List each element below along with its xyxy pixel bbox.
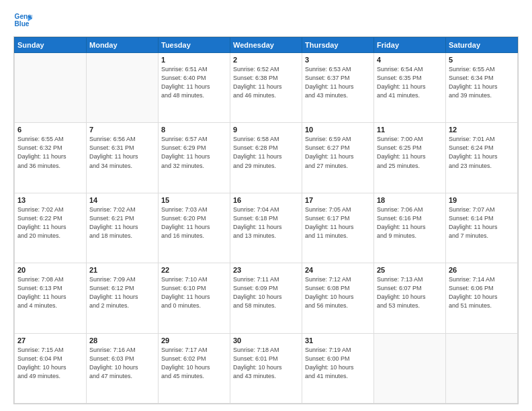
calendar-cell: 26Sunrise: 7:14 AM Sunset: 6:06 PM Dayli… <box>446 263 518 333</box>
calendar-week-1: 1Sunrise: 6:51 AM Sunset: 6:40 PM Daylig… <box>15 53 518 123</box>
day-number: 3 <box>305 56 371 64</box>
day-info: Sunrise: 6:55 AM Sunset: 6:34 PM Dayligh… <box>449 65 515 100</box>
logo-icon: General Blue <box>13 11 32 30</box>
day-info: Sunrise: 6:54 AM Sunset: 6:35 PM Dayligh… <box>377 65 443 100</box>
day-info: Sunrise: 7:14 AM Sunset: 6:06 PM Dayligh… <box>449 275 515 310</box>
svg-text:Blue: Blue <box>15 20 30 28</box>
day-info: Sunrise: 6:52 AM Sunset: 6:38 PM Dayligh… <box>233 65 299 100</box>
day-info: Sunrise: 7:03 AM Sunset: 6:20 PM Dayligh… <box>161 205 227 240</box>
calendar-cell: 21Sunrise: 7:09 AM Sunset: 6:12 PM Dayli… <box>87 263 159 333</box>
day-info: Sunrise: 7:08 AM Sunset: 6:13 PM Dayligh… <box>17 275 83 310</box>
calendar-week-5: 27Sunrise: 7:15 AM Sunset: 6:04 PM Dayli… <box>15 333 518 403</box>
calendar-cell: 17Sunrise: 7:05 AM Sunset: 6:17 PM Dayli… <box>302 193 374 263</box>
day-number: 28 <box>89 336 155 345</box>
day-number: 17 <box>305 196 371 204</box>
calendar-cell: 16Sunrise: 7:04 AM Sunset: 6:18 PM Dayli… <box>230 193 302 263</box>
calendar-week-4: 20Sunrise: 7:08 AM Sunset: 6:13 PM Dayli… <box>15 263 518 333</box>
day-number: 24 <box>305 266 371 274</box>
day-info: Sunrise: 7:11 AM Sunset: 6:09 PM Dayligh… <box>233 275 299 310</box>
day-info: Sunrise: 7:10 AM Sunset: 6:10 PM Dayligh… <box>161 275 227 310</box>
day-number: 25 <box>377 266 443 274</box>
day-info: Sunrise: 7:16 AM Sunset: 6:03 PM Dayligh… <box>89 346 155 381</box>
day-number: 7 <box>89 126 155 134</box>
calendar-cell: 25Sunrise: 7:13 AM Sunset: 6:07 PM Dayli… <box>374 263 446 333</box>
day-number: 20 <box>17 266 83 274</box>
day-info: Sunrise: 7:15 AM Sunset: 6:04 PM Dayligh… <box>17 346 83 381</box>
day-info: Sunrise: 7:07 AM Sunset: 6:14 PM Dayligh… <box>449 205 515 240</box>
day-info: Sunrise: 6:53 AM Sunset: 6:37 PM Dayligh… <box>305 65 371 100</box>
calendar-cell: 10Sunrise: 6:59 AM Sunset: 6:27 PM Dayli… <box>302 123 374 193</box>
day-info: Sunrise: 6:57 AM Sunset: 6:29 PM Dayligh… <box>161 135 227 170</box>
day-info: Sunrise: 6:55 AM Sunset: 6:32 PM Dayligh… <box>17 135 83 170</box>
day-number: 14 <box>89 196 155 204</box>
day-info: Sunrise: 6:59 AM Sunset: 6:27 PM Dayligh… <box>305 135 371 170</box>
calendar-cell: 7Sunrise: 6:56 AM Sunset: 6:31 PM Daylig… <box>87 123 159 193</box>
calendar-cell <box>87 53 159 123</box>
day-number: 8 <box>161 126 227 134</box>
day-info: Sunrise: 7:19 AM Sunset: 6:00 PM Dayligh… <box>305 346 371 381</box>
calendar: SundayMondayTuesdayWednesdayThursdayFrid… <box>13 36 519 404</box>
calendar-cell <box>15 53 87 123</box>
logo: General Blue <box>13 11 32 30</box>
calendar-cell: 29Sunrise: 7:17 AM Sunset: 6:02 PM Dayli… <box>159 333 230 403</box>
header: General Blue <box>13 11 519 30</box>
day-info: Sunrise: 7:01 AM Sunset: 6:24 PM Dayligh… <box>449 135 515 170</box>
calendar-cell: 31Sunrise: 7:19 AM Sunset: 6:00 PM Dayli… <box>302 333 374 403</box>
day-number: 18 <box>377 196 443 204</box>
day-number: 29 <box>161 336 227 345</box>
calendar-cell: 20Sunrise: 7:08 AM Sunset: 6:13 PM Dayli… <box>15 263 87 333</box>
calendar-cell: 13Sunrise: 7:02 AM Sunset: 6:22 PM Dayli… <box>15 193 87 263</box>
day-info: Sunrise: 7:02 AM Sunset: 6:21 PM Dayligh… <box>89 205 155 240</box>
day-number: 13 <box>17 196 83 204</box>
calendar-cell: 6Sunrise: 6:55 AM Sunset: 6:32 PM Daylig… <box>15 123 87 193</box>
calendar-cell: 27Sunrise: 7:15 AM Sunset: 6:04 PM Dayli… <box>15 333 87 403</box>
day-info: Sunrise: 7:12 AM Sunset: 6:08 PM Dayligh… <box>305 275 371 310</box>
day-number: 26 <box>449 266 515 274</box>
calendar-cell: 28Sunrise: 7:16 AM Sunset: 6:03 PM Dayli… <box>87 333 159 403</box>
calendar-cell: 30Sunrise: 7:18 AM Sunset: 6:01 PM Dayli… <box>230 333 302 403</box>
day-info: Sunrise: 7:05 AM Sunset: 6:17 PM Dayligh… <box>305 205 371 240</box>
calendar-week-2: 6Sunrise: 6:55 AM Sunset: 6:32 PM Daylig… <box>15 123 518 193</box>
day-number: 27 <box>17 336 83 345</box>
calendar-cell: 24Sunrise: 7:12 AM Sunset: 6:08 PM Dayli… <box>302 263 374 333</box>
day-info: Sunrise: 7:04 AM Sunset: 6:18 PM Dayligh… <box>233 205 299 240</box>
day-info: Sunrise: 7:18 AM Sunset: 6:01 PM Dayligh… <box>233 346 299 381</box>
calendar-cell: 2Sunrise: 6:52 AM Sunset: 6:38 PM Daylig… <box>230 53 302 123</box>
day-info: Sunrise: 6:51 AM Sunset: 6:40 PM Dayligh… <box>161 65 227 100</box>
day-number: 23 <box>233 266 299 274</box>
calendar-cell <box>446 333 518 403</box>
page: General Blue SundayMondayTuesdayWednesda… <box>0 0 532 411</box>
weekday-header-tuesday: Tuesday <box>159 38 230 53</box>
calendar-cell: 22Sunrise: 7:10 AM Sunset: 6:10 PM Dayli… <box>159 263 230 333</box>
weekday-header-monday: Monday <box>87 38 159 53</box>
calendar-week-3: 13Sunrise: 7:02 AM Sunset: 6:22 PM Dayli… <box>15 193 518 263</box>
day-number: 12 <box>449 126 515 134</box>
day-number: 6 <box>17 126 83 134</box>
day-number: 21 <box>89 266 155 274</box>
day-number: 4 <box>377 56 443 64</box>
calendar-cell: 14Sunrise: 7:02 AM Sunset: 6:21 PM Dayli… <box>87 193 159 263</box>
day-number: 30 <box>233 336 299 345</box>
day-info: Sunrise: 7:02 AM Sunset: 6:22 PM Dayligh… <box>17 205 83 240</box>
day-number: 31 <box>305 336 371 345</box>
day-number: 16 <box>233 196 299 204</box>
weekday-header-friday: Friday <box>374 38 446 53</box>
day-number: 2 <box>233 56 299 64</box>
day-number: 10 <box>305 126 371 134</box>
calendar-cell: 12Sunrise: 7:01 AM Sunset: 6:24 PM Dayli… <box>446 123 518 193</box>
day-info: Sunrise: 7:09 AM Sunset: 6:12 PM Dayligh… <box>89 275 155 310</box>
day-info: Sunrise: 7:00 AM Sunset: 6:25 PM Dayligh… <box>377 135 443 170</box>
calendar-cell: 19Sunrise: 7:07 AM Sunset: 6:14 PM Dayli… <box>446 193 518 263</box>
day-info: Sunrise: 7:06 AM Sunset: 6:16 PM Dayligh… <box>377 205 443 240</box>
calendar-cell: 3Sunrise: 6:53 AM Sunset: 6:37 PM Daylig… <box>302 53 374 123</box>
calendar-cell: 5Sunrise: 6:55 AM Sunset: 6:34 PM Daylig… <box>446 53 518 123</box>
weekday-header-saturday: Saturday <box>446 38 518 53</box>
day-number: 22 <box>161 266 227 274</box>
calendar-cell: 1Sunrise: 6:51 AM Sunset: 6:40 PM Daylig… <box>159 53 230 123</box>
calendar-cell: 4Sunrise: 6:54 AM Sunset: 6:35 PM Daylig… <box>374 53 446 123</box>
calendar-cell: 9Sunrise: 6:58 AM Sunset: 6:28 PM Daylig… <box>230 123 302 193</box>
weekday-header-wednesday: Wednesday <box>230 38 302 53</box>
calendar-cell: 8Sunrise: 6:57 AM Sunset: 6:29 PM Daylig… <box>159 123 230 193</box>
day-number: 1 <box>161 56 227 64</box>
day-info: Sunrise: 7:13 AM Sunset: 6:07 PM Dayligh… <box>377 275 443 310</box>
